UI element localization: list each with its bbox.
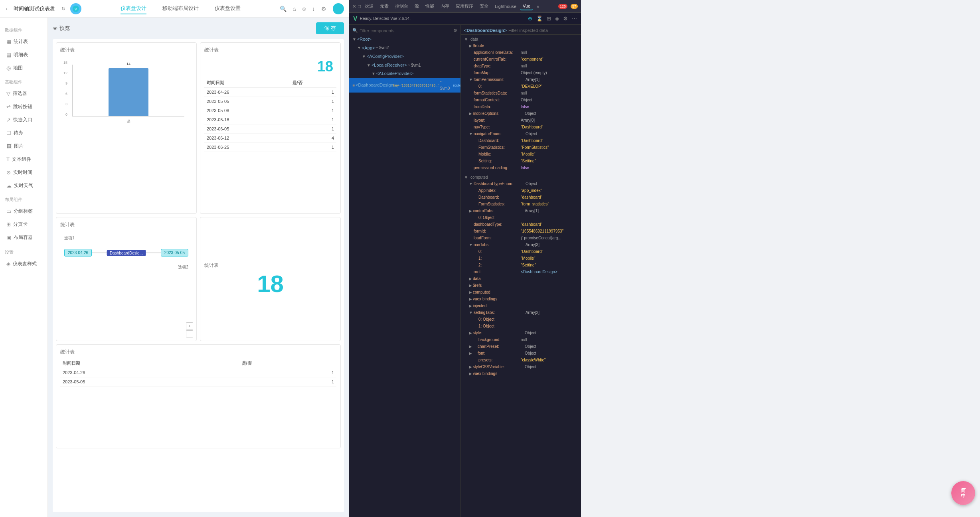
prop-dashboard-type: dashboardType: "dashboard" (464, 221, 578, 228)
sidebar-item-layout-container[interactable]: ▣ 布局容器 (3, 231, 44, 244)
prop-search-input[interactable] (508, 28, 578, 33)
prop-nav-tabs-1: 1: "Mobile" (464, 255, 578, 262)
prop-layout: layout: Array[0] (464, 117, 578, 124)
tab-more[interactable]: » (534, 3, 541, 10)
user-avatar[interactable] (333, 3, 344, 14)
bottom-col-value: 是/否 (239, 359, 336, 368)
share-icon[interactable]: ⎋ (302, 6, 306, 12)
computed-section: ▼ computed ▼ DashboardTypeEnum: Object A… (461, 173, 581, 379)
sidebar-item-map[interactable]: ◎ 地图 (3, 62, 44, 74)
prop-setting-tabs: ▼ settingTabs: Array[2] (464, 309, 578, 316)
tab-application[interactable]: 应用程序 (453, 2, 476, 10)
vue-component-icon[interactable]: ⊕ (528, 16, 532, 22)
tree-node-app[interactable]: ▼ <App> ~ $vm2 (349, 44, 460, 53)
prop-comp-dashboard: Dashboard: "dashboard" (464, 194, 578, 201)
zoom-in-button[interactable]: + (186, 322, 193, 330)
sidebar-item-image[interactable]: 🖼 图片 (3, 140, 44, 152)
floating-avatar[interactable]: 简 中 (951, 481, 975, 505)
image-icon: 🖼 (6, 143, 12, 149)
tree-node-root[interactable]: ▼ <Root> (349, 35, 460, 44)
tab-vue[interactable]: Vue (520, 2, 533, 10)
tree-node-dashboard-design[interactable]: ■ <DashboardDesign key='1381547986701549… (349, 78, 460, 93)
preview-eye-icon: 👁 (53, 26, 58, 32)
timeline-date2[interactable]: 2023-05-05 (161, 249, 188, 257)
prop-nav-form-stats: FormStatistics: "FormStatistics" (464, 144, 578, 151)
sidebar-item-realtime-clock[interactable]: ⊙ 实时时间 (3, 166, 44, 179)
refresh-button[interactable]: ↻ (61, 6, 65, 12)
tab-performance[interactable]: 性能 (423, 2, 437, 10)
sidebar-item-tab[interactable]: ⊞ 分页卡 (3, 218, 44, 231)
tree-node-alocale[interactable]: ▼ <ALocaleProvider> (349, 69, 460, 78)
tab-welcome[interactable]: 欢迎 (362, 2, 376, 10)
vue-more-icon[interactable]: ⋯ (572, 16, 577, 22)
save-button[interactable]: 保 存 (316, 22, 344, 34)
sidebar-item-detail-table[interactable]: ▤ 明细表 (3, 49, 44, 61)
weather-icon: ☁ (6, 183, 12, 189)
bar-chart-area: 15 12 9 6 3 0 14 是 (60, 57, 192, 128)
tree-node-locale-receiver[interactable]: ▼ <LocaleReceiver> ~ $vm1 (349, 61, 460, 70)
stats-table-icon: ▦ (6, 39, 11, 45)
tab-console[interactable]: 控制台 (393, 2, 411, 10)
data-section-header[interactable]: ▼ data (464, 36, 578, 42)
tree-settings-icon[interactable]: ⚙ (453, 28, 457, 33)
prop-drag-type: dragType: null (464, 63, 578, 69)
home-icon[interactable]: ⌂ (293, 6, 296, 12)
download-icon[interactable]: ↓ (312, 6, 315, 12)
data-section: ▼ data ▶ $route applicationHomeData: nul… (461, 35, 581, 173)
devtools-content: 🔍 ⚙ ▼ <Root> ▼ <App> ~ $vm2 ▼ <AConfigPr… (349, 25, 581, 517)
tab-mobile-layout[interactable]: 移动端布局设计 (162, 3, 199, 14)
vue-logo: V (353, 15, 358, 22)
computed-section-header[interactable]: ▼ computed (464, 174, 578, 180)
search-icon[interactable]: 🔍 (280, 6, 286, 12)
zoom-out-button[interactable]: − (186, 330, 193, 337)
devtools-right-icons: 125 57 (558, 4, 578, 9)
number-widget: 统计表 18 (200, 217, 341, 341)
tab-sources[interactable]: 源 (412, 2, 421, 10)
prop-search-bar: <DashboardDesign> (461, 26, 581, 35)
prop-mobile-options: ▶ mobileOptions: Object (464, 110, 578, 117)
component-title-label: <DashboardDesign> (464, 28, 507, 33)
sidebar-item-todo[interactable]: ☐ 待办 (3, 127, 44, 139)
devtools-expand-icon[interactable]: □ (358, 4, 361, 9)
tab-elements[interactable]: 元素 (377, 2, 391, 10)
tab-lighthouse[interactable]: Lighthouse (492, 3, 519, 10)
prop-font: ▶ font: Object (464, 350, 578, 357)
sidebar-item-quick-entry[interactable]: ↗ 快捷入口 (3, 114, 44, 126)
prop-from-data: fromData: false (464, 103, 578, 110)
prop-comp-form-stats: FormStatistics: "form_statistics" (464, 201, 578, 207)
vue-settings-icon2[interactable]: ⚙ (563, 16, 568, 22)
back-button[interactable]: ← (5, 6, 10, 12)
sidebar-item-filter[interactable]: ▽ 筛选器 (3, 87, 44, 100)
tab-dashboard-design[interactable]: 仪表盘设计 (121, 3, 146, 14)
prop-style: ▶ style: Object (464, 330, 578, 336)
prop-background: background: null (464, 336, 578, 343)
sidebar-item-text[interactable]: T 文本组件 (3, 153, 44, 166)
col-header-date: 时间日期 (204, 78, 290, 88)
tree-search-input[interactable] (360, 28, 452, 33)
vue-timeline-icon[interactable]: ⌛ (536, 16, 543, 22)
properties-panel: <DashboardDesign> ▼ data ▶ $route applic… (461, 25, 581, 517)
table-row: 2023-06-124 (204, 134, 336, 143)
prop-nav-tabs: ▼ navTabs: Array[3] (464, 241, 578, 248)
dashboard-canvas: 统计表 15 12 9 6 3 0 14 (53, 39, 344, 512)
sidebar-item-group-label[interactable]: ▭ 分组标签 (3, 205, 44, 217)
preview-label: 👁 预览 (53, 25, 70, 32)
sidebar-item-jump-button[interactable]: ⇌ 跳转按钮 (3, 101, 44, 113)
tab-security[interactable]: 安全 (477, 2, 491, 10)
bottom-table-title: 统计表 (60, 349, 336, 355)
prop-computed-ref: ▶ computed (464, 289, 578, 296)
tab-memory[interactable]: 内存 (438, 2, 452, 10)
tree-node-aconfig[interactable]: ▼ <AConfigProvider> (349, 52, 460, 61)
sidebar-item-weather[interactable]: ☁ 实时天气 (3, 180, 44, 192)
vue-router-icon[interactable]: ⊞ (547, 16, 551, 22)
sidebar-item-stats-table[interactable]: ▦ 统计表 (3, 36, 44, 48)
prop-app-home-data: applicationHomeData: null (464, 49, 578, 56)
vue-store-icon[interactable]: ◈ (555, 16, 559, 22)
settings-icon[interactable]: ⚙ (321, 6, 326, 12)
prop-form-permissions-0: 0: "DEVELOP" (464, 83, 578, 90)
timeline-date1[interactable]: 2023-04-26 (64, 249, 92, 257)
devtools-close-icon[interactable]: ✕ (352, 4, 356, 9)
sidebar-item-dashboard-style[interactable]: ◈ 仪表盘样式 (3, 258, 44, 270)
tab-dashboard-settings[interactable]: 仪表盘设置 (215, 3, 241, 14)
component-tree: 🔍 ⚙ ▼ <Root> ▼ <App> ~ $vm2 ▼ <AConfigPr… (349, 25, 461, 517)
